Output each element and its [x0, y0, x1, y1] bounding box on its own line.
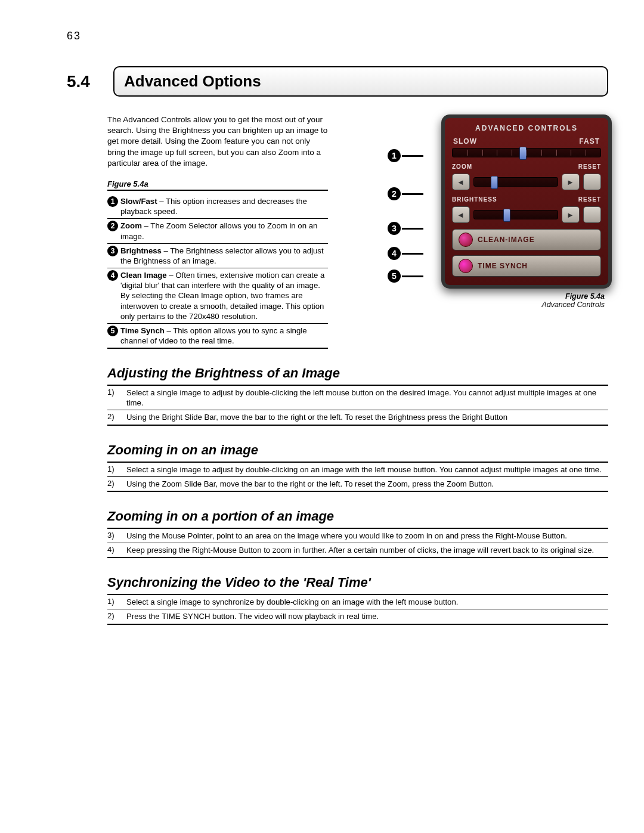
callout: 5 — [388, 270, 423, 283]
clean-image-button[interactable]: CLEAN-IMAGE — [452, 229, 601, 250]
step-number: 2) — [107, 412, 126, 422]
step-row: 1)Select a single image to adjust by dou… — [107, 463, 608, 477]
zoom-knob[interactable] — [491, 176, 498, 189]
step-text: Press the TIME SYNCH button. The video w… — [126, 611, 379, 621]
section-number: 5.4 — [67, 72, 113, 91]
legend-text: Zoom – The Zoom Selector allows you to Z… — [120, 221, 328, 241]
figure-caption-label: Figure 5.4a — [394, 292, 605, 301]
clean-image-icon — [459, 233, 473, 247]
time-synch-label: TIME SYNCH — [478, 262, 528, 270]
steps-table: 1)Select a single image to synchronize b… — [107, 594, 608, 624]
callout: 4 — [388, 247, 423, 260]
subsection-title: Zooming in on a portion of an image — [107, 509, 608, 524]
callout-bullet: 2 — [388, 187, 401, 200]
callout-bullet: 5 — [388, 270, 401, 283]
step-row: 1)Select a single image to synchronize b… — [107, 595, 608, 609]
speed-knob[interactable] — [519, 147, 527, 160]
step-text: Using the Zoom Slide Bar, move the bar t… — [126, 479, 494, 489]
zoom-reset-button[interactable] — [583, 174, 601, 190]
subsection-title: Zooming in on an image — [107, 442, 608, 458]
callout-line — [402, 275, 423, 277]
brightness-reset-label: RESET — [578, 196, 601, 203]
legend-text: Time Synch – This option allows you to s… — [120, 326, 328, 346]
legend-bullet: 3 — [107, 246, 118, 256]
step-row: 1)Select a single image to adjust by dou… — [107, 386, 608, 410]
subsection: Zooming in on an image1)Select a single … — [107, 442, 608, 492]
brightness-slider[interactable] — [473, 210, 558, 219]
callout-line — [402, 193, 423, 195]
figure-label: Figure 5.4a — [107, 179, 328, 191]
callout-line — [402, 253, 423, 255]
legend-text: Brightness – The Brightness selector all… — [120, 246, 328, 266]
subsection: Adjusting the Brightness of an Image1)Se… — [107, 366, 608, 425]
time-synch-icon — [459, 259, 473, 273]
brightness-left-button[interactable]: ◄ — [452, 206, 470, 223]
callout-line — [402, 228, 423, 230]
callout-bullet: 3 — [388, 222, 401, 235]
subsection: Zooming in on a portion of an image3)Usi… — [107, 509, 608, 558]
step-number: 4) — [107, 545, 126, 555]
legend-text: Slow/Fast – This option increases and de… — [120, 196, 328, 216]
time-synch-button[interactable]: TIME SYNCH — [452, 255, 601, 277]
legend-row: 2Zoom – The Zoom Selector allows you to … — [107, 219, 328, 243]
callout: 2 — [388, 187, 423, 200]
legend-bullet: 5 — [107, 326, 118, 336]
step-text: Keep pressing the Right-Mouse Button to … — [126, 545, 594, 555]
clean-image-label: CLEAN-IMAGE — [478, 236, 535, 244]
step-row: 2)Using the Bright Slide Bar, move the b… — [107, 410, 608, 424]
legend-row: 3Brightness – The Brightness selector al… — [107, 244, 328, 268]
slow-label: SLOW — [453, 137, 477, 145]
steps-table: 3)Using the Mouse Pointer, point to an a… — [107, 528, 608, 558]
figure-caption-desc: Advanced Controls — [394, 301, 605, 309]
brightness-reset-button[interactable] — [583, 206, 601, 223]
steps-table: 1)Select a single image to adjust by dou… — [107, 462, 608, 492]
brightness-knob[interactable] — [503, 209, 510, 222]
intro-paragraph: The Advanced Controls allow you to get t… — [107, 114, 328, 169]
step-text: Using the Bright Slide Bar, move the bar… — [126, 412, 507, 422]
step-row: 4)Keep pressing the Right-Mouse Button t… — [107, 543, 608, 557]
zoom-left-button[interactable]: ◄ — [452, 174, 470, 190]
subsection-title: Synchronizing the Video to the 'Real Tim… — [107, 575, 608, 590]
brightness-right-button[interactable]: ► — [562, 206, 580, 223]
callout-bullet: 1 — [388, 149, 401, 162]
step-number: 1) — [107, 597, 126, 607]
section-title: Advanced Options — [113, 66, 608, 97]
legend-row: 5Time Synch – This option allows you to … — [107, 324, 328, 349]
legend-bullet: 2 — [107, 221, 118, 231]
page-number: 63 — [67, 30, 608, 42]
step-number: 2) — [107, 479, 126, 489]
brightness-label: BRIGHTNESS — [452, 196, 497, 203]
legend-bullet: 1 — [107, 196, 118, 207]
legend-bullet: 4 — [107, 270, 118, 281]
step-number: 3) — [107, 531, 126, 541]
callout-bullet: 4 — [388, 247, 401, 260]
callout: 1 — [388, 149, 423, 162]
step-text: Select a single image to synchronize by … — [126, 597, 458, 607]
step-text: Select a single image to adjust by doubl… — [126, 388, 608, 408]
speed-slider[interactable] — [452, 148, 601, 157]
zoom-right-button[interactable]: ► — [562, 174, 580, 190]
section-header: 5.4 Advanced Options — [67, 66, 608, 97]
zoom-label: ZOOM — [452, 163, 472, 170]
step-row: 3)Using the Mouse Pointer, point to an a… — [107, 529, 608, 543]
legend-row: 4Clean Image – Often times, extensive mo… — [107, 268, 328, 324]
zoom-reset-label: RESET — [578, 163, 601, 170]
step-number: 1) — [107, 465, 126, 475]
callout-line — [402, 155, 423, 157]
step-row: 2)Press the TIME SYNCH button. The video… — [107, 609, 608, 623]
fast-label: FAST — [579, 137, 600, 145]
subsection-title: Adjusting the Brightness of an Image — [107, 366, 608, 381]
advanced-controls-panel: ADVANCED CONTROLS SLOW FAST ZO — [441, 114, 612, 289]
step-text: Using the Mouse Pointer, point to an are… — [126, 531, 567, 541]
callout: 3 — [388, 222, 423, 235]
step-number: 1) — [107, 388, 126, 408]
legend-row: 1Slow/Fast – This option increases and d… — [107, 194, 328, 219]
steps-table: 1)Select a single image to adjust by dou… — [107, 385, 608, 425]
zoom-slider[interactable] — [473, 177, 558, 187]
step-text: Select a single image to adjust by doubl… — [126, 465, 602, 475]
legend-text: Clean Image – Often times, extensive mot… — [120, 270, 328, 321]
panel-header: ADVANCED CONTROLS — [452, 124, 601, 132]
step-row: 2)Using the Zoom Slide Bar, move the bar… — [107, 477, 608, 491]
step-number: 2) — [107, 611, 126, 621]
subsection: Synchronizing the Video to the 'Real Tim… — [107, 575, 608, 624]
